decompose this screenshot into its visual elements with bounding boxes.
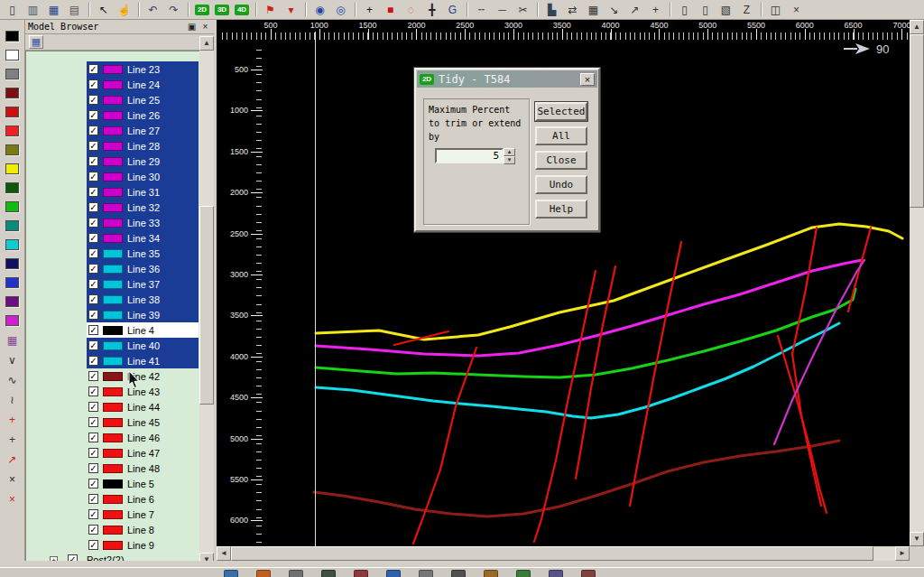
vertical-scrollbar[interactable]: ▲ ▼ [910,20,924,546]
scroll-tools-icon[interactable]: ∨ [5,354,20,367]
taskbar-app-icon-1[interactable] [256,570,271,577]
tree-item-line-27[interactable]: ✓Line 27 [26,123,199,138]
add-tool-icon[interactable]: + [362,2,377,17]
palette-color-swatch-6[interactable] [5,144,19,155]
delete-red-tool-icon[interactable]: × [5,493,20,506]
visibility-checkbox[interactable]: ✓ [88,417,98,427]
tree-item-line-23[interactable]: ✓Line 23 [26,61,199,77]
visibility-checkbox[interactable]: ✓ [88,233,98,243]
horizontal-scrollbar[interactable]: ◄ ► [217,546,910,561]
dialog-close-icon[interactable]: × [580,73,595,86]
palette-color-swatch-12[interactable] [5,258,19,269]
scroll-left-icon[interactable]: ◄ [217,546,231,561]
flag-tool-icon[interactable]: ⚑ [263,2,278,17]
dialog-button-undo[interactable]: Undo [535,175,587,194]
tree-item-line-24[interactable]: ✓Line 24 [26,77,199,92]
dialog-titlebar[interactable]: 2D Tidy - T584 × [417,70,597,88]
palette-color-swatch-7[interactable] [5,163,19,174]
palette-color-swatch-1[interactable] [5,50,19,60]
dialog-button-help[interactable]: Help [535,200,587,219]
scroll-up-icon[interactable]: ▲ [199,36,214,51]
palette-color-swatch-14[interactable] [5,296,19,307]
print-icon[interactable]: ▤ [67,2,82,17]
undo-icon[interactable]: ↶ [145,2,161,17]
tree-item-line-43[interactable]: ✓Line 43 [26,384,199,399]
model-browser-scrollbar[interactable]: ▲ ▼ [199,36,214,567]
tree-item-line-26[interactable]: ✓Line 26 [26,107,199,123]
tree-item-line-4[interactable]: ✓Line 4 [26,322,199,338]
tree-item-line-29[interactable]: ✓Line 29 [26,154,199,169]
redo-icon[interactable]: ↷ [166,2,181,17]
plus-icon[interactable]: + [648,2,663,17]
cross-tool-icon[interactable]: + [5,414,20,426]
tree-item-line-41[interactable]: ✓Line 41 [26,353,199,368]
visibility-checkbox[interactable]: ✓ [88,340,98,350]
tree-item-line-40[interactable]: ✓Line 40 [26,338,199,353]
move-tool-icon[interactable]: ╋ [424,2,439,17]
tree-item-line-45[interactable]: ✓Line 45 [26,414,199,430]
taskbar-app-icon-6[interactable] [419,570,433,577]
wiggle-tool-icon[interactable]: ∿ [5,374,20,386]
palette-color-swatch-15[interactable] [5,315,19,326]
palette-color-swatch-11[interactable] [5,239,19,250]
tree-item-line-39[interactable]: ✓Line 39 [26,307,199,322]
visibility-checkbox[interactable]: ✓ [88,141,98,151]
save-icon[interactable]: ▦ [46,2,61,17]
taskbar-app-icon-7[interactable] [451,570,466,577]
palette-color-swatch-4[interactable] [5,107,19,117]
visibility-checkbox[interactable]: ✓ [88,110,98,120]
zoom-tool-icon[interactable]: Z [739,2,754,17]
tree-item-line-47[interactable]: ✓Line 47 [26,445,199,461]
visibility-checkbox[interactable]: ✓ [88,448,98,458]
pan-tool-icon[interactable]: ☝ [116,2,132,17]
visibility-checkbox[interactable]: ✓ [88,202,98,212]
visibility-checkbox[interactable]: ✓ [88,509,98,519]
taskbar-app-icon-4[interactable] [354,570,368,577]
view-2d-icon[interactable]: 2D [195,5,209,15]
spinner-up-icon[interactable]: ▲ [504,148,515,156]
palette-color-swatch-3[interactable] [5,88,19,98]
taskbar-app-icon-0[interactable] [224,570,238,577]
visibility-checkbox[interactable]: ✓ [88,95,98,105]
ring-view-icon[interactable]: ◎ [333,2,348,17]
page-copy-icon[interactable]: ▯ [698,2,713,17]
view-3d-icon[interactable]: 3D [215,5,229,15]
tree-item-line-35[interactable]: ✓Line 35 [26,246,199,261]
tree-item-line-36[interactable]: ✓Line 36 [26,261,199,276]
visibility-checkbox[interactable]: ✓ [88,325,98,335]
palette-color-swatch-9[interactable] [5,201,19,212]
layout-icon[interactable]: ▧ [718,2,734,17]
scrollbar-thumb[interactable] [199,206,214,405]
table-icon[interactable]: ▦ [586,2,601,17]
visibility-checkbox[interactable]: ✓ [88,386,98,396]
open-document-icon[interactable]: ▥ [25,2,41,17]
g-tool-icon[interactable]: G [445,2,460,17]
tree-item-line-32[interactable]: ✓Line 32 [26,200,199,215]
scroll-right-icon[interactable]: ► [895,546,910,561]
visibility-checkbox[interactable]: ✓ [88,187,98,197]
visibility-checkbox[interactable]: ✓ [88,479,98,489]
visibility-checkbox[interactable]: ✓ [88,494,98,504]
tree-item-line-38[interactable]: ✓Line 38 [26,292,199,307]
tree-item-line-6[interactable]: ✓Line 6 [26,491,199,507]
visibility-checkbox[interactable]: ✓ [88,433,98,442]
palette-color-swatch-10[interactable] [5,220,19,231]
tree-view-icon[interactable]: ▦ [29,35,43,49]
visibility-checkbox[interactable]: ✓ [88,264,98,274]
circle-tool-icon[interactable]: ◌ [403,2,419,17]
tree-item-line-34[interactable]: ✓Line 34 [26,230,199,246]
visibility-checkbox[interactable]: ✓ [88,248,98,258]
visibility-checkbox[interactable]: ✓ [88,294,98,304]
tree-item-line-33[interactable]: ✓Line 33 [26,215,199,230]
visibility-checkbox[interactable]: ✓ [88,172,98,181]
palette-color-swatch-8[interactable] [5,182,19,193]
scrollbar-thumb[interactable] [231,546,873,561]
visibility-checkbox[interactable]: ✓ [88,540,98,550]
stop-tool-icon[interactable]: ■ [383,2,398,17]
taskbar-app-icon-5[interactable] [386,570,401,577]
pick-arrow-tool-icon[interactable]: ↗ [5,453,20,466]
swap-axes-icon[interactable]: ⇄ [565,2,580,17]
tree-item-line-42[interactable]: ✓Line 42 [26,368,199,384]
dialog-button-all[interactable]: All [535,126,587,145]
visibility-checkbox[interactable]: ✓ [88,279,98,289]
